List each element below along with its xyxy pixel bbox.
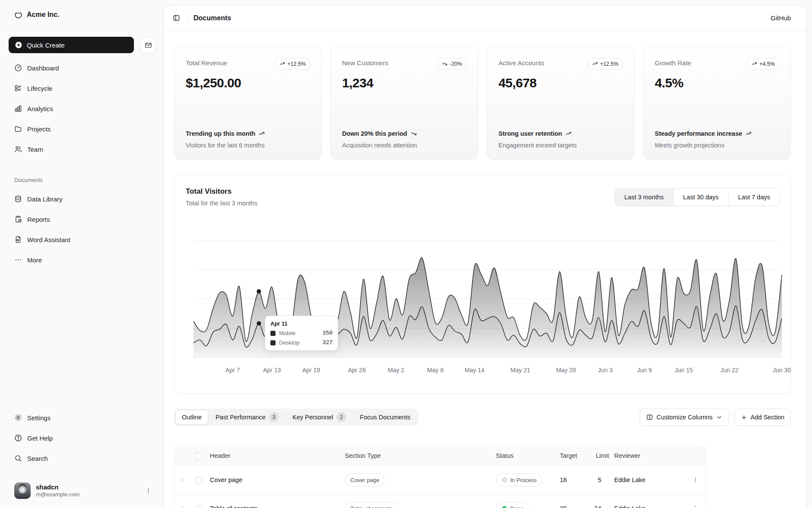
tab-key-personnel[interactable]: Key Personnel2 [286, 410, 352, 425]
trending-down-icon [411, 131, 417, 137]
page-title: Documents [193, 14, 231, 22]
dots-vertical-icon [692, 505, 699, 508]
sidebar-item-get-help[interactable]: Get Help [7, 430, 156, 446]
sidebar-item-dashboard[interactable]: Dashboard [7, 60, 156, 76]
x-axis-tick-label: Jun 15 [675, 367, 693, 374]
sidebar-item-search[interactable]: Search [7, 450, 156, 466]
tab-count-badge: 3 [269, 412, 279, 422]
x-axis-tick-label: May 14 [465, 367, 485, 374]
add-section-button[interactable]: Add Section [734, 409, 791, 426]
stat-card-label: Total Revenue [186, 58, 227, 67]
stat-card-footer: Strong user retentionEngagement exceed t… [498, 129, 623, 149]
x-axis-tick-label: Apr 7 [225, 367, 240, 374]
grip-icon [179, 505, 185, 508]
user-meta: shadcn m@example.com [36, 483, 140, 498]
row-menu-button[interactable] [690, 503, 701, 508]
th-limit: Limit [584, 446, 612, 466]
td-section-type: Cover page [342, 466, 493, 494]
stat-card: Total Revenue+12.5%$1,250.00Trending up … [174, 46, 322, 160]
sidebar-item-label: Word Assistant [27, 236, 70, 243]
customize-columns-button[interactable]: Customize Columns [640, 409, 729, 426]
word-assistant-icon [14, 236, 22, 243]
avatar [14, 482, 31, 499]
x-axis-tick-label: May 8 [427, 367, 444, 374]
td-limit[interactable]: 24 [584, 494, 612, 508]
trending-down-icon [442, 61, 447, 67]
sidebar-item-lifecycle[interactable]: Lifecycle [7, 80, 156, 96]
row-checkbox[interactable] [195, 505, 202, 508]
tab-label: Focus Documents [360, 414, 410, 421]
stat-card-value: 1,234 [342, 76, 466, 90]
drag-handle[interactable] [178, 475, 187, 485]
stat-card-footer-title: Steady performance increase [655, 129, 779, 139]
row-menu-button[interactable] [690, 475, 701, 485]
sidebar-spacer [0, 268, 163, 409]
td-target[interactable]: 29 [557, 494, 584, 508]
sidebar-item-settings[interactable]: Settings [7, 409, 156, 426]
sidebar-item-reports[interactable]: Reports [7, 211, 156, 227]
trend-badge-value: -20% [450, 61, 462, 67]
stat-card-footer: Steady performance increaseMeets growth … [655, 129, 779, 149]
tab-focus-documents[interactable]: Focus Documents [353, 410, 417, 425]
dots-vertical-icon [145, 487, 152, 495]
view-tabs: OutlinePast Performance3Key Personnel2Fo… [174, 409, 418, 426]
user-menu[interactable]: shadcn m@example.com [7, 480, 156, 501]
trend-badge-value: +4.5% [759, 61, 775, 67]
brand[interactable]: Acme Inc. [7, 7, 156, 22]
sidebar-item-word-assistant[interactable]: Word Assistant [7, 231, 156, 248]
tab-past-performance[interactable]: Past Performance3 [209, 410, 285, 425]
stat-card-footer: Down 20% this periodAcquisition needs at… [342, 129, 466, 149]
sidebar-toggle-button[interactable] [170, 12, 183, 25]
quick-create-button[interactable]: Quick Create [9, 37, 134, 53]
td-header: Cover page [207, 466, 342, 494]
td-status: In Process [493, 466, 557, 494]
select-all-checkbox[interactable] [195, 453, 202, 460]
dashboard-icon [14, 64, 22, 72]
visitors-area-chart[interactable]: Apr 7Apr 13Apr 19Apr 26May 2May 8May 14M… [174, 175, 792, 394]
sidebar-item-data-library[interactable]: Data Library [7, 191, 156, 207]
status-label: Done [510, 505, 523, 508]
table-row[interactable]: Cover pageCover pageIn Process185Eddie L… [174, 466, 706, 494]
trend-badge: +4.5% [747, 58, 779, 70]
more-icon [14, 256, 22, 264]
inbox-button[interactable] [140, 37, 156, 53]
series-swatch [270, 331, 276, 336]
x-axis-tick-label: May 2 [388, 367, 404, 374]
stat-card: New Customers-20%1,234Down 20% this peri… [330, 46, 478, 160]
stat-card-top: New Customers-20% [342, 58, 466, 70]
github-link[interactable]: GitHub [771, 14, 791, 22]
x-axis-tick-label: May 28 [556, 367, 576, 374]
x-axis-tick-label: Jun 9 [637, 367, 652, 374]
sidebar-item-projects[interactable]: Projects [7, 121, 156, 137]
row-checkbox[interactable] [195, 477, 202, 484]
tab-label: Outline [182, 414, 202, 421]
stat-card-footer-desc: Acquisition needs attention [342, 142, 466, 149]
td-drag [174, 466, 190, 494]
tab-outline[interactable]: Outline [175, 410, 208, 425]
td-limit[interactable]: 5 [584, 466, 612, 494]
drag-handle[interactable] [178, 504, 187, 508]
td-target[interactable]: 18 [557, 466, 584, 494]
sidebar-item-label: More [27, 256, 42, 264]
sidebar-item-analytics[interactable]: Analytics [7, 100, 156, 117]
stat-cards: Total Revenue+12.5%$1,250.00Trending up … [174, 46, 791, 160]
tab-count-badge: 2 [336, 412, 346, 422]
active-dot [257, 321, 261, 326]
trending-up-icon [565, 131, 571, 137]
stat-card-footer-text: Strong user retention [498, 129, 562, 139]
table-header-row: HeaderSection TypeStatusTargetLimitRevie… [174, 446, 706, 466]
visitors-chart-card: Total Visitors Total for the last 3 mont… [174, 174, 791, 394]
sidebar-item-label: Analytics [27, 105, 53, 112]
status-badge: In Process [496, 473, 542, 486]
stat-card-footer-title: Strong user retention [498, 129, 623, 139]
th-header: Header [207, 446, 342, 466]
sidebar-item-label: Search [27, 455, 48, 462]
x-axis-tick-label: Apr 26 [348, 367, 366, 374]
table-row[interactable]: Table of contentsTable of contentsDone29… [174, 494, 706, 508]
tooltip-row: Desktop327 [270, 339, 333, 346]
grip-icon [179, 477, 185, 483]
columns-icon [646, 414, 653, 421]
sidebar-item-team[interactable]: Team [7, 141, 156, 157]
x-axis-tick-label: May 21 [511, 367, 530, 374]
sidebar-item-more[interactable]: More [7, 252, 156, 268]
